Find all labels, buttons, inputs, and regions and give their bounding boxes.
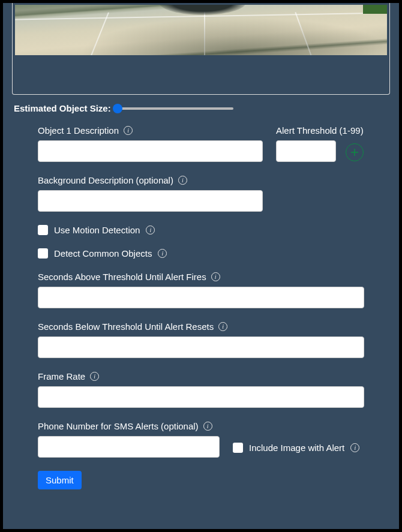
common-objects-label: Detect Common Objects (54, 248, 152, 259)
info-icon[interactable]: i (146, 226, 155, 235)
alert-reset-input[interactable] (38, 336, 364, 358)
frame-rate-label: Frame Rate (38, 371, 85, 381)
include-image-label: Include Image with Alert (249, 443, 344, 453)
camera-preview-image (15, 5, 387, 55)
alert-fire-input[interactable] (38, 287, 364, 308)
camera-preview-frame (12, 3, 390, 95)
include-image-checkbox[interactable] (233, 443, 243, 453)
info-icon[interactable]: i (124, 126, 133, 135)
alert-threshold-label: Alert Threshold (1-99) (276, 125, 364, 136)
alert-fire-label: Seconds Above Threshold Until Alert Fire… (38, 272, 206, 282)
slider-label: Estimated Object Size: (14, 103, 111, 113)
object-size-slider[interactable] (116, 107, 233, 110)
object-desc-input[interactable] (38, 140, 263, 162)
add-object-button[interactable] (346, 143, 364, 161)
info-icon[interactable]: i (218, 322, 227, 331)
common-objects-checkbox[interactable] (38, 248, 48, 259)
info-icon[interactable]: i (90, 372, 99, 381)
alert-threshold-input[interactable] (276, 140, 336, 162)
frame-rate-input[interactable] (38, 386, 364, 408)
submit-button[interactable]: Submit (38, 471, 82, 489)
phone-input[interactable] (38, 436, 220, 458)
motion-detection-checkbox[interactable] (38, 225, 48, 235)
phone-label: Phone Number for SMS Alerts (optional) (38, 421, 199, 431)
object-desc-label: Object 1 Description (38, 125, 119, 136)
motion-detection-label: Use Motion Detection (54, 225, 140, 235)
info-icon[interactable]: i (211, 272, 220, 281)
info-icon[interactable]: i (178, 176, 187, 185)
info-icon[interactable]: i (158, 249, 167, 258)
info-icon[interactable]: i (350, 443, 359, 452)
info-icon[interactable]: i (203, 422, 212, 431)
background-desc-label: Background Description (optional) (38, 175, 173, 185)
alert-reset-label: Seconds Below Threshold Until Alert Rese… (38, 321, 214, 332)
slider-thumb[interactable] (113, 104, 122, 113)
background-desc-input[interactable] (38, 190, 263, 212)
